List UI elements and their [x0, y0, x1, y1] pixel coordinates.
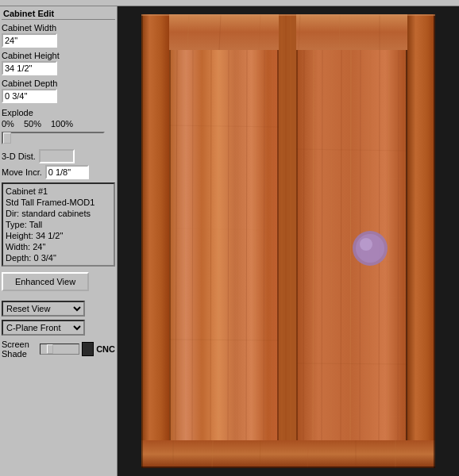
move-incr-input[interactable]: [45, 165, 89, 179]
dist-input[interactable]: [39, 149, 75, 163]
panel-title: Cabinet Edit: [2, 8, 115, 20]
info-line2: Std Tall Framed-MOD1: [6, 197, 111, 208]
enhanced-view-button[interactable]: Enhanced View: [2, 272, 89, 291]
enhanced-view-label: Enhanced View: [15, 277, 75, 286]
explode-50: 50%: [24, 119, 41, 129]
shade-color-box: [82, 342, 94, 356]
dist-row: 3-D Dist.: [2, 149, 115, 163]
move-incr-row: Move Incr.: [2, 165, 115, 179]
explode-label: Explode: [2, 108, 115, 117]
separator1: [2, 295, 115, 298]
move-incr-label: Move Incr.: [2, 167, 42, 177]
cabinet-width-group: Cabinet Width: [2, 23, 115, 48]
cabinet-height-label: Cabinet Height: [2, 51, 115, 60]
svg-rect-61: [141, 466, 435, 468]
info-line6: Width: 24": [6, 241, 111, 252]
svg-rect-10: [141, 14, 169, 468]
svg-rect-65: [406, 50, 407, 440]
cabinet-depth-group: Cabinet Depth: [2, 79, 115, 103]
svg-rect-12: [141, 440, 435, 468]
svg-rect-59: [434, 14, 435, 468]
info-line5: Height: 34 1/2": [6, 230, 111, 241]
svg-rect-63: [277, 50, 279, 440]
left-panel: Cabinet Edit Cabinet Width Cabinet Heigh…: [0, 6, 118, 476]
cabinet-info-box: Cabinet #1 Std Tall Framed-MOD1 Dir: sta…: [2, 182, 115, 267]
cabinet-depth-label: Cabinet Depth: [2, 79, 115, 88]
info-line1: Cabinet #1: [6, 186, 111, 197]
info-line7: Depth: 0 3/4": [6, 252, 111, 263]
svg-rect-64: [296, 50, 298, 440]
svg-rect-23: [169, 50, 279, 440]
cabinet-view-panel: [118, 6, 459, 476]
svg-rect-62: [169, 50, 171, 440]
info-line3: Dir: standard cabinets: [6, 208, 111, 219]
screen-shade-row: Screen Shade CNC: [2, 340, 115, 359]
svg-rect-60: [141, 14, 435, 16]
explode-100: 100%: [51, 119, 73, 129]
cabinet-depth-input[interactable]: [2, 89, 57, 103]
cabinet-width-input[interactable]: [2, 33, 57, 48]
cabinet-width-label: Cabinet Width: [2, 23, 115, 33]
cabinet-height-group: Cabinet Height: [2, 51, 115, 75]
cplane-row: C-Plane Front: [2, 320, 115, 336]
svg-point-57: [360, 238, 372, 251]
svg-rect-19: [279, 14, 296, 440]
svg-rect-58: [141, 14, 143, 468]
reset-view-row: Reset View: [2, 301, 115, 317]
screen-shade-label: Screen Shade: [2, 340, 37, 359]
reset-view-dropdown[interactable]: Reset View: [2, 301, 85, 317]
explode-percentages: 0% 50% 100%: [2, 119, 115, 129]
cabinet-height-input[interactable]: [2, 61, 57, 75]
cabinet-svg: [118, 6, 459, 476]
dist-label: 3-D Dist.: [2, 152, 36, 161]
cplane-dropdown[interactable]: C-Plane Front: [2, 320, 85, 336]
cabinet-scene: [118, 6, 459, 476]
cnc-label: CNC: [96, 344, 115, 354]
explode-0: 0%: [2, 119, 14, 129]
info-line4: Type: Tall: [6, 219, 111, 230]
explode-slider[interactable]: [2, 132, 105, 144]
svg-rect-11: [407, 14, 435, 468]
screen-shade-slider[interactable]: [40, 344, 79, 355]
explode-slider-container: [2, 132, 115, 146]
